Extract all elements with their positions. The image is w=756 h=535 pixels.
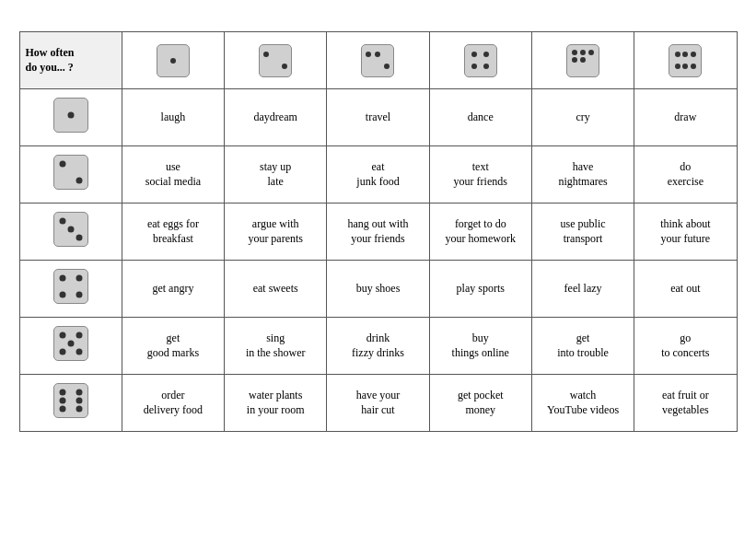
col-die-1 [122,32,224,89]
col-die-6 [634,32,737,89]
activity-cell: eat fruit orvegetables [634,375,737,432]
activity-cell: goto concerts [634,318,737,375]
activity-cell: feel lazy [531,261,634,318]
row-die-6 [19,375,122,432]
table-row: laughdaydreamtraveldancecrydraw [19,89,737,146]
activity-cell: buy shoes [327,261,429,318]
activity-cell: singin the shower [225,318,327,375]
activity-cell: think aboutyour future [634,204,737,261]
row-die-4 [19,261,122,318]
table-row: eat eggs forbreakfastargue withyour pare… [19,204,737,261]
activity-cell: eatjunk food [327,146,429,204]
table-row: orderdelivery foodwater plantsin your ro… [19,375,737,432]
activity-cell: buythings online [429,318,531,375]
activity-cell: draw [634,89,737,146]
row-die-1 [19,89,122,146]
activity-cell: eat eggs forbreakfast [122,204,224,261]
activity-cell: stay uplate [225,146,327,204]
activity-cell: textyour friends [429,146,531,204]
activity-cell: get pocketmoney [429,375,531,432]
col-die-3 [327,32,429,89]
row-die-2 [19,146,122,204]
activity-cell: use publictransport [531,204,634,261]
table-row: get angryeat sweetsbuy shoesplay sportsf… [19,261,737,318]
row-die-5 [19,318,122,375]
table-header-label: How oftendo you... ? [19,32,122,89]
activity-cell: dance [429,89,531,146]
col-die-2 [225,32,327,89]
activity-cell: doexercise [634,146,737,204]
activity-cell: hang out withyour friends [327,204,429,261]
activity-cell: getgood marks [122,318,224,375]
activity-cell: eat out [634,261,737,318]
activity-cell: cry [531,89,634,146]
activity-cell: travel [327,89,429,146]
activity-cell: forget to doyour homework [429,204,531,261]
activity-cell: havenightmares [531,146,634,204]
activity-cell: get angry [122,261,224,318]
table-row: getgood markssingin the showerdrinkfizzy… [19,318,737,375]
activity-cell: laugh [122,89,224,146]
activity-cell: getinto trouble [531,318,634,375]
activity-cell: orderdelivery food [122,375,224,432]
activity-cell: watchYouTube videos [531,375,634,432]
row-die-3 [19,204,122,261]
activity-table: How oftendo you... ? laughdaydreamtravel… [19,31,738,432]
table-row: usesocial mediastay uplateeatjunk foodte… [19,146,737,204]
activity-cell: eat sweets [225,261,327,318]
activity-cell: drinkfizzy drinks [327,318,429,375]
activity-cell: have yourhair cut [327,375,429,432]
activity-cell: daydream [225,89,327,146]
activity-cell: play sports [429,261,531,318]
activity-cell: argue withyour parents [225,204,327,261]
col-die-5 [531,32,634,89]
activity-cell: water plantsin your room [225,375,327,432]
col-die-4 [429,32,531,89]
activity-cell: usesocial media [122,146,224,204]
